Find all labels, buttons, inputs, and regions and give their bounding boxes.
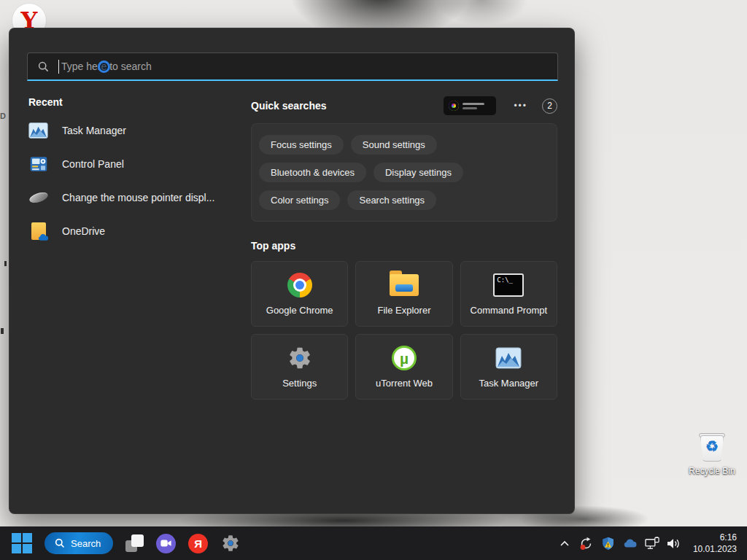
recent-item-label: Task Manager xyxy=(62,125,126,136)
speaker-icon xyxy=(667,537,681,550)
system-tray: 6:16 10.01.2023 xyxy=(557,532,747,555)
app-tile-settings[interactable]: Settings xyxy=(251,334,348,400)
taskbar: Search Я xyxy=(0,526,747,560)
recycle-bin-label: Recycle Bin xyxy=(687,466,737,476)
ethernet-monitor-icon xyxy=(645,537,659,551)
text-caret xyxy=(58,60,59,74)
app-tile-utorrent-web[interactable]: µ uTorrent Web xyxy=(355,334,452,400)
chevron-up-icon xyxy=(560,540,570,547)
chat-button[interactable] xyxy=(156,534,176,553)
quick-searches-header: Quick searches ••• 2 xyxy=(251,96,557,115)
recent-item-label: Change the mouse pointer displ... xyxy=(62,192,214,203)
recent-title: Recent xyxy=(28,96,244,108)
app-label: File Explorer xyxy=(378,305,431,316)
recycle-bin-shortcut[interactable]: ♻ Recycle Bin xyxy=(687,430,737,476)
network-tray-icon[interactable] xyxy=(645,536,659,551)
app-tile-task-manager[interactable]: Task Manager xyxy=(460,334,557,400)
desktop: Y D ♻ Recycle Bin Type here to search Re… xyxy=(0,0,747,560)
recent-item-mouse-pointer-setting[interactable]: Change the mouse pointer displ... xyxy=(28,187,244,209)
chip-display-settings[interactable]: Display settings xyxy=(374,163,463,182)
volume-tray-icon[interactable] xyxy=(667,536,681,551)
notification-count-badge[interactable]: 2 xyxy=(542,98,557,114)
taskbar-left-icons: Search Я xyxy=(0,532,240,554)
quick-searches-title: Quick searches xyxy=(251,100,327,112)
app-label: uTorrent Web xyxy=(376,378,433,389)
recent-item-control-panel[interactable]: Control Panel xyxy=(28,153,244,175)
video-camera-icon xyxy=(160,539,171,548)
onedrive-folder-icon xyxy=(28,222,48,241)
app-label: Task Manager xyxy=(479,378,538,389)
control-panel-icon xyxy=(28,155,48,174)
app-label: Settings xyxy=(282,378,317,389)
gear-icon xyxy=(287,345,312,371)
cloud-icon xyxy=(623,538,638,548)
chip-focus-settings[interactable]: Focus settings xyxy=(259,135,344,155)
highlights-logo-icon xyxy=(449,101,459,111)
start-button[interactable] xyxy=(12,533,32,553)
quick-searches-and-apps: Quick searches ••• 2 Focus settings Soun… xyxy=(251,96,557,400)
desktop-icon-label-fragment: D xyxy=(0,112,6,120)
gear-icon xyxy=(221,534,240,553)
chip-row: Focus settings Sound settings xyxy=(259,135,549,155)
onedrive-tray-icon[interactable] xyxy=(623,536,638,551)
yandex-ya-icon: Я xyxy=(194,537,202,550)
app-label: Google Chrome xyxy=(266,305,333,316)
chip-sound-settings[interactable]: Sound settings xyxy=(351,135,437,155)
recent-item-label: OneDrive xyxy=(62,225,105,237)
mouse-icon xyxy=(28,188,48,208)
sync-update-tray-icon[interactable] xyxy=(579,536,594,551)
click-indicator-ring xyxy=(98,61,110,73)
quick-searches-box: Focus settings Sound settings Bluetooth … xyxy=(251,123,557,222)
yandex-browser-taskbar-button[interactable]: Я xyxy=(188,534,208,553)
search-icon xyxy=(38,61,49,72)
recent-item-label: Control Panel xyxy=(62,158,124,170)
desktop-icon-fragment xyxy=(1,328,4,334)
chip-row: Bluetooth & devices Display settings xyxy=(259,163,549,182)
hidden-icons-chevron[interactable] xyxy=(557,536,572,551)
chrome-icon xyxy=(287,272,312,298)
recent-item-onedrive[interactable]: OneDrive xyxy=(28,220,244,242)
app-tile-command-prompt[interactable]: C:\_ Command Prompt xyxy=(460,261,557,327)
search-icon xyxy=(55,538,65,548)
top-apps-title: Top apps xyxy=(251,240,557,252)
file-explorer-icon xyxy=(390,272,419,298)
task-manager-icon xyxy=(28,121,48,141)
settings-taskbar-button[interactable] xyxy=(220,534,240,553)
recent-item-task-manager[interactable]: Task Manager xyxy=(28,120,244,141)
onedrive-cloud-icon xyxy=(37,233,50,241)
app-tile-file-explorer[interactable]: File Explorer xyxy=(355,261,452,327)
tray-time: 6:16 xyxy=(693,532,737,543)
recent-list: Task Manager Contr xyxy=(28,120,244,242)
more-options-button[interactable]: ••• xyxy=(514,101,527,111)
desktop-icon-fragment xyxy=(4,261,7,266)
recent-section: Recent Task Manager xyxy=(28,96,244,254)
taskbar-search-label: Search xyxy=(71,538,101,549)
app-tile-google-chrome[interactable]: Google Chrome xyxy=(251,261,348,327)
top-apps-grid: Google Chrome File Explorer C:\_ Command… xyxy=(251,261,557,400)
chip-search-settings[interactable]: Search settings xyxy=(347,190,436,210)
search-input[interactable]: Type here to search xyxy=(27,52,558,81)
chip-row: Color settings Search settings xyxy=(259,190,549,210)
task-view-button[interactable] xyxy=(125,534,144,552)
recycle-bin-icon: ♻ xyxy=(697,430,727,464)
banner-text-lines xyxy=(462,103,484,109)
app-label: Command Prompt xyxy=(471,305,547,316)
recycle-symbol-icon: ♻ xyxy=(697,439,727,454)
tray-date: 10.01.2023 xyxy=(693,543,737,555)
security-shield-tray-icon[interactable] xyxy=(601,536,616,551)
taskbar-search-button[interactable]: Search xyxy=(44,532,113,554)
shield-warning-icon xyxy=(601,537,615,551)
command-prompt-icon: C:\_ xyxy=(493,272,524,298)
task-view-front-square xyxy=(131,534,144,547)
chip-bluetooth-devices[interactable]: Bluetooth & devices xyxy=(259,163,366,182)
taskbar-clock[interactable]: 6:16 10.01.2023 xyxy=(693,532,737,555)
sync-arrow-icon xyxy=(579,537,593,551)
windows-search-flyout: Type here to search Recent Task Manager xyxy=(9,28,575,514)
task-manager-icon xyxy=(495,345,522,371)
chip-color-settings[interactable]: Color settings xyxy=(259,190,340,210)
utorrent-icon: µ xyxy=(392,345,417,371)
search-highlights-banner[interactable] xyxy=(444,96,496,115)
